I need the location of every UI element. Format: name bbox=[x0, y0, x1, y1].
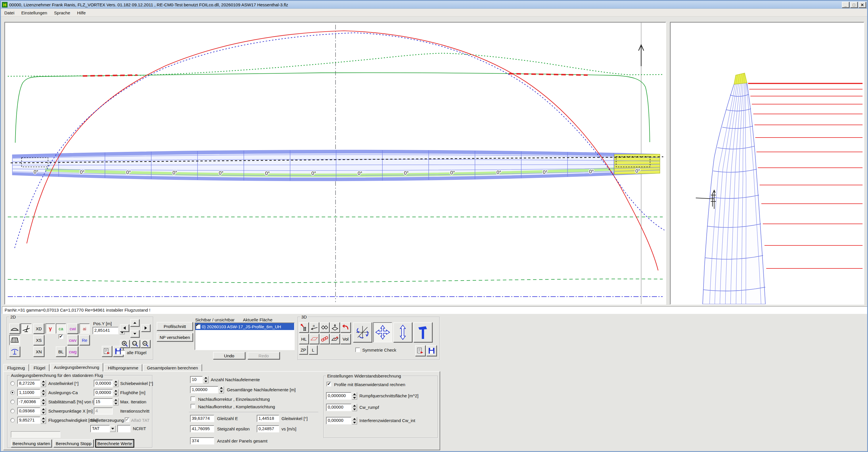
fluggeschwindigkeit-spinner[interactable] bbox=[41, 417, 46, 424]
gesamtlaenge-spinner[interactable] bbox=[219, 386, 224, 393]
blasenwiderstand-checkbox[interactable] bbox=[327, 382, 331, 387]
surface-visible-checkbox[interactable] bbox=[196, 324, 200, 329]
schwerpunkt-spinner[interactable] bbox=[41, 407, 46, 415]
nachlauf-komplett-checkbox[interactable] bbox=[191, 404, 195, 408]
max-iteration-field[interactable]: 15 bbox=[94, 398, 113, 405]
rotate-view-button[interactable] bbox=[353, 322, 372, 342]
flughoehe-spinner[interactable] bbox=[113, 389, 119, 396]
wing3d-plot[interactable] bbox=[670, 22, 864, 305]
xn-button[interactable]: XN bbox=[33, 346, 44, 357]
xd-button[interactable]: XD bbox=[33, 323, 44, 334]
move-view-button[interactable] bbox=[373, 322, 392, 342]
radio-schwerpunkt[interactable] bbox=[10, 409, 15, 413]
gamma-button[interactable]: γ bbox=[45, 323, 55, 334]
maximize-button[interactable]: □ bbox=[850, 2, 858, 8]
zoom-in-button[interactable] bbox=[120, 340, 130, 348]
zp-button[interactable]: ZP bbox=[299, 345, 308, 355]
re-button[interactable]: Re bbox=[80, 335, 90, 345]
stabilitaet-field[interactable]: -7,60366 bbox=[17, 398, 40, 405]
symmetrie-check-checkbox[interactable] bbox=[355, 347, 360, 352]
vol-button[interactable]: Vol bbox=[340, 334, 351, 344]
tab-hilfsprogramme[interactable]: Hilfsprogramme bbox=[104, 364, 142, 371]
zoom-reset-button[interactable]: 1:1 bbox=[130, 340, 140, 348]
hl-button[interactable]: HL bbox=[299, 334, 309, 344]
save-3d-button[interactable] bbox=[426, 345, 437, 356]
menu-hilfe[interactable]: Hilfe bbox=[73, 9, 89, 16]
panel-red-button[interactable] bbox=[309, 334, 319, 344]
airfoil-view-button[interactable] bbox=[9, 323, 20, 334]
export-3d-button[interactable] bbox=[415, 345, 426, 356]
radio-fluggeschwindigkeit[interactable] bbox=[10, 418, 15, 422]
alpha-3d-button[interactable]: α bbox=[309, 322, 319, 333]
pan-right-button[interactable] bbox=[141, 324, 150, 332]
schiebewinkel-field[interactable]: 0,00000 bbox=[94, 380, 113, 387]
menu-datei[interactable]: Datei bbox=[1, 9, 18, 16]
max-iteration-spinner[interactable] bbox=[113, 398, 119, 405]
anstellwinkel-spinner[interactable] bbox=[41, 380, 46, 387]
alfa0-tat-checkbox[interactable] bbox=[125, 418, 129, 422]
ncrit-field[interactable] bbox=[117, 425, 130, 432]
minimize-button[interactable]: _ bbox=[842, 2, 849, 8]
planform-plot[interactable]: 0°0° 0°0° 0°0° 0°0° 0°0° 0°0° 0°0° bbox=[4, 22, 666, 305]
auslegungs-ca-field[interactable]: 1,11000 bbox=[17, 389, 40, 396]
rumpfquerschnitt-field[interactable]: 0,000000 bbox=[326, 392, 351, 400]
berechnete-werte-button[interactable]: Berechnete Werte bbox=[95, 439, 134, 447]
nachlauf-einzel-checkbox[interactable] bbox=[191, 396, 195, 401]
flughoehe-field[interactable]: 0,00000 bbox=[94, 389, 113, 396]
stabilitaet-spinner[interactable] bbox=[41, 398, 46, 405]
paint-grid-button[interactable] bbox=[299, 322, 309, 333]
schwerpunkt-field[interactable]: 0,09368 bbox=[17, 407, 40, 415]
pan-left-button[interactable] bbox=[120, 324, 129, 332]
flow-arrow-button[interactable] bbox=[330, 334, 340, 344]
normals-view-button[interactable] bbox=[330, 322, 340, 333]
menu-einstellungen[interactable]: Einstellungen bbox=[18, 9, 51, 16]
section-alpha-button[interactable] bbox=[21, 323, 32, 334]
menu-sprache[interactable]: Sprache bbox=[51, 9, 73, 16]
export-2d-button[interactable] bbox=[102, 346, 112, 357]
redo-button[interactable]: Redo bbox=[248, 352, 280, 359]
cwv-button[interactable]: cwv bbox=[67, 335, 78, 345]
zoom-view-button[interactable] bbox=[393, 322, 412, 342]
wake-spiral-button[interactable] bbox=[320, 334, 330, 344]
surface-list-item[interactable]: 0) 20260103 ASW-17_JS-Profile_6m_UH bbox=[195, 323, 294, 330]
tat-combo-field[interactable]: TAT bbox=[90, 425, 110, 432]
tab-auslegungsberechnung[interactable]: Auslegungsberechnung bbox=[50, 363, 103, 371]
tab-fluegel[interactable]: Flügel bbox=[30, 364, 50, 371]
xs-button[interactable]: XS bbox=[33, 335, 44, 345]
radio-anstellwinkel[interactable] bbox=[10, 381, 15, 386]
zoom-out-button[interactable] bbox=[141, 340, 150, 348]
ca-checkbox[interactable] bbox=[59, 334, 63, 339]
berechnung-starten-button[interactable]: Berechnung starten bbox=[11, 439, 52, 447]
build-view-button[interactable] bbox=[413, 322, 432, 342]
anzahl-nachlauf-field[interactable]: 10 bbox=[190, 376, 203, 383]
anstellwinkel-field[interactable]: 8,27226 bbox=[17, 380, 40, 387]
berechnung-stopp-button[interactable]: Berechnung Stopp bbox=[54, 439, 94, 447]
cwg-button[interactable]: cwg bbox=[67, 346, 78, 357]
tab-flugzeug[interactable]: Flugzeug bbox=[3, 364, 29, 371]
planform-view-button[interactable] bbox=[9, 335, 20, 345]
schiebewinkel-spinner[interactable] bbox=[113, 380, 119, 387]
front-view-button[interactable] bbox=[9, 346, 20, 357]
cw-rumpf-field[interactable]: 0,00000 bbox=[326, 404, 351, 411]
undo-button[interactable]: Undo bbox=[213, 352, 245, 359]
anzahl-nachlauf-spinner[interactable] bbox=[203, 376, 209, 383]
l-button[interactable]: L bbox=[309, 345, 317, 355]
alle-fluegel-checkbox[interactable] bbox=[121, 350, 125, 355]
panels-view-button[interactable] bbox=[320, 322, 330, 333]
fluggeschwindigkeit-field[interactable]: 9,85271 bbox=[17, 417, 40, 424]
np-verschieben-button[interactable]: NP verschieben bbox=[157, 333, 193, 341]
profilschnitt-button[interactable]: Profilschnitt bbox=[157, 322, 193, 331]
bl-button[interactable]: BL bbox=[56, 346, 66, 357]
cw-int-field[interactable]: 0,00000 bbox=[326, 417, 351, 424]
reset-view-button[interactable] bbox=[340, 322, 351, 333]
ca-button[interactable]: ca bbox=[56, 323, 66, 334]
radio-stabilitaet[interactable] bbox=[10, 400, 15, 404]
rumpfquerschnitt-spinner[interactable] bbox=[352, 392, 357, 400]
tat-combo-button[interactable] bbox=[110, 426, 116, 432]
ai-button[interactable]: ai bbox=[80, 323, 90, 334]
tab-gesamtpolaren[interactable]: Gesamtpolaren berechnen bbox=[143, 364, 202, 371]
close-button[interactable]: ✕ bbox=[859, 2, 866, 8]
cw-int-spinner[interactable] bbox=[352, 417, 357, 424]
cw-rumpf-spinner[interactable] bbox=[352, 404, 357, 411]
pan-down-button[interactable] bbox=[130, 330, 140, 338]
